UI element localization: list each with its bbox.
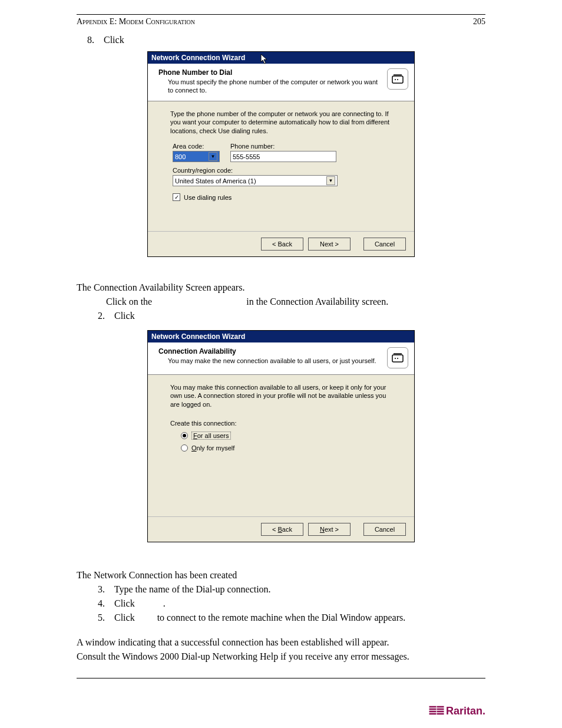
step-2-label: Click bbox=[114, 311, 135, 321]
dialog2-heading: Connection Availability bbox=[158, 347, 381, 355]
dialog1-header: Phone Number to Dial You must specify th… bbox=[148, 64, 414, 101]
cursor-icon bbox=[260, 54, 269, 64]
area-code-combo[interactable]: 800 ▼ bbox=[173, 151, 220, 162]
cancel-button[interactable]: Cancel bbox=[363, 238, 406, 251]
svg-point-1 bbox=[395, 79, 396, 80]
phone-number-input[interactable] bbox=[230, 151, 336, 162]
bottom-line2: A window indicating that a successful co… bbox=[77, 635, 485, 650]
dialog1-titlebar: Network Connection Wizard bbox=[148, 52, 414, 64]
svg-point-5 bbox=[397, 358, 398, 359]
next-button[interactable]: Next >Next > bbox=[308, 523, 351, 536]
step-3-text: Type the name of the Dial-up connection. bbox=[114, 584, 271, 594]
dialog2-header: Connection Availability You may make the… bbox=[148, 342, 414, 375]
use-dialing-rules-label: Use dialing rules bbox=[184, 194, 232, 201]
step-8: 8. Click bbox=[87, 35, 485, 45]
step-5-num: 5. bbox=[98, 611, 112, 625]
step-2-num: 2. bbox=[98, 309, 112, 323]
step-3-num: 3. bbox=[98, 582, 112, 597]
dropdown-arrow-icon[interactable]: ▼ bbox=[326, 176, 335, 185]
header-left: Appendix E: Modem Configuration bbox=[77, 17, 195, 27]
page-number: 205 bbox=[473, 17, 485, 27]
dialog1-intro: Type the phone number of the computer or… bbox=[170, 110, 392, 136]
step-5-text-b: to connect to the remote machine when th… bbox=[157, 612, 406, 622]
dialog2-title: Network Connection Wizard bbox=[151, 332, 245, 341]
mid-line1b: Connection Availability Screen appears. bbox=[94, 282, 245, 292]
back-button[interactable]: < Back bbox=[261, 238, 303, 251]
only-for-myself-label: Only for myselfOnly for myself bbox=[191, 444, 234, 452]
step-5-text-a: Click bbox=[114, 612, 135, 622]
dialog2-subheading: You may make the new connection availabl… bbox=[168, 357, 381, 365]
dialog1-heading: Phone Number to Dial bbox=[158, 68, 381, 77]
raritan-logo: ≣≣ Raritan. bbox=[428, 704, 485, 717]
area-code-label: Area code: bbox=[173, 143, 220, 150]
step-8-label: Click bbox=[104, 35, 124, 45]
wizard-dialog-phone: Network Connection Wizard Phone Number t… bbox=[147, 51, 415, 257]
for-all-users-radio[interactable] bbox=[181, 432, 188, 439]
svg-point-2 bbox=[397, 79, 398, 80]
dialog2-intro: You may make this connection available t… bbox=[170, 383, 392, 410]
modem-icon bbox=[387, 68, 408, 90]
bottom-line1: The Network Connection has been created bbox=[77, 568, 485, 582]
top-rule bbox=[77, 14, 485, 15]
mid-line2b: in the Connection Availability screen. bbox=[246, 295, 388, 309]
country-code-label: Country/region code: bbox=[173, 167, 392, 174]
cancel-button[interactable]: Cancel bbox=[363, 523, 406, 536]
use-dialing-rules-checkbox[interactable]: ✓ bbox=[173, 193, 180, 201]
mid-line1a: The bbox=[77, 282, 94, 292]
logo-glyph-icon: ≣≣ bbox=[428, 704, 444, 717]
dialog2-titlebar: Network Connection Wizard bbox=[148, 331, 414, 342]
create-connection-label: Create this connection: bbox=[170, 420, 392, 427]
country-code-combo[interactable]: United States of America (1) ▼ bbox=[173, 175, 338, 186]
bottom-rule bbox=[77, 678, 485, 678]
step-4-text-a: Click bbox=[114, 598, 135, 608]
only-for-myself-radio[interactable] bbox=[181, 444, 188, 452]
step-4-num: 4. bbox=[98, 597, 112, 611]
dialog2-buttons: < Back< Back Next >Next > Cancel bbox=[148, 516, 414, 542]
back-button[interactable]: < Back< Back bbox=[261, 523, 303, 536]
next-button[interactable]: Next > bbox=[308, 238, 351, 251]
dialog2-body: You may make this connection available t… bbox=[148, 375, 414, 517]
modem-icon bbox=[387, 347, 408, 368]
dialog1-title: Network Connection Wizard bbox=[151, 54, 245, 62]
phone-number-label: Phone number: bbox=[230, 143, 336, 150]
logo-text: Raritan. bbox=[446, 705, 485, 717]
for-all-users-label: FFor all usersor all users bbox=[191, 431, 231, 440]
dialog1-subheading: You must specify the phone number of the… bbox=[168, 78, 381, 95]
mid-paragraph: The Connection Availability Screen appea… bbox=[77, 281, 485, 323]
bottom-paragraph: The Network Connection has been created … bbox=[77, 568, 485, 664]
dialog1-body: Type the phone number of the computer or… bbox=[148, 101, 414, 231]
page-header: Appendix E: Modem Configuration 205 bbox=[77, 17, 485, 27]
country-code-value: United States of America (1) bbox=[175, 177, 256, 185]
mid-line2a: Click on the bbox=[106, 295, 152, 309]
area-code-value: 800 bbox=[175, 153, 186, 160]
dropdown-arrow-icon[interactable]: ▼ bbox=[209, 152, 217, 161]
bottom-line3: Consult the Windows 2000 Dial-up Network… bbox=[77, 650, 485, 664]
step-8-num: 8. bbox=[87, 35, 101, 45]
dialog1-buttons: < Back Next > Cancel bbox=[148, 231, 414, 256]
svg-point-4 bbox=[395, 358, 396, 359]
wizard-dialog-availability: Network Connection Wizard Connection Ava… bbox=[147, 330, 415, 543]
step-4-text-b: . bbox=[163, 598, 166, 608]
